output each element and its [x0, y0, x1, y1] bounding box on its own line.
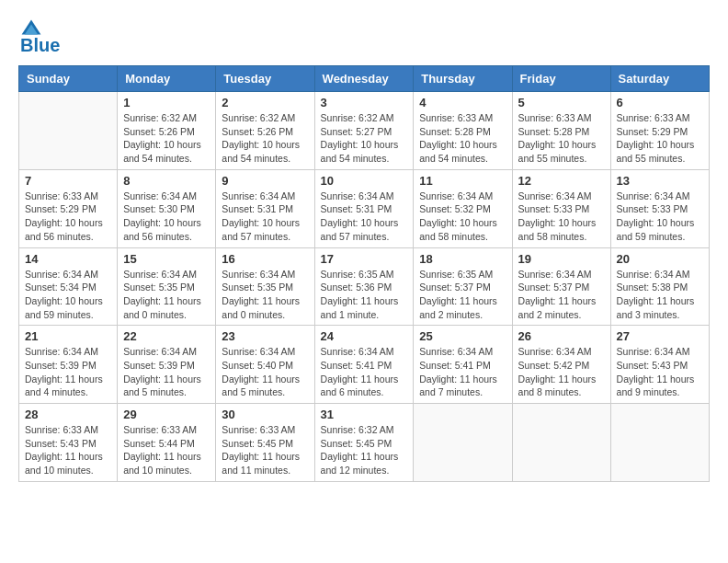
logo-blue: Blue	[20, 35, 60, 56]
day-info: Sunrise: 6:33 AM Sunset: 5:28 PM Dayligh…	[518, 111, 605, 166]
week-row-5: 28Sunrise: 6:33 AM Sunset: 5:43 PM Dayli…	[19, 404, 710, 482]
day-header-monday: Monday	[118, 66, 216, 92]
day-number: 10	[321, 174, 408, 188]
day-number: 6	[617, 96, 703, 109]
day-info: Sunrise: 6:34 AM Sunset: 5:37 PM Dayligh…	[518, 268, 605, 322]
calendar-cell: 17Sunrise: 6:35 AM Sunset: 5:36 PM Dayli…	[314, 247, 414, 326]
day-number: 9	[222, 174, 308, 188]
day-number: 18	[419, 252, 506, 266]
day-number: 27	[617, 329, 703, 343]
day-info: Sunrise: 6:35 AM Sunset: 5:37 PM Dayligh…	[419, 268, 506, 322]
day-info: Sunrise: 6:32 AM Sunset: 5:26 PM Dayligh…	[123, 111, 210, 166]
day-number: 23	[222, 329, 308, 343]
calendar-cell: 31Sunrise: 6:32 AM Sunset: 5:45 PM Dayli…	[314, 404, 414, 482]
day-number: 1	[123, 96, 210, 109]
calendar-cell: 15Sunrise: 6:34 AM Sunset: 5:35 PM Dayli…	[118, 247, 216, 326]
day-info: Sunrise: 6:34 AM Sunset: 5:34 PM Dayligh…	[25, 268, 111, 322]
calendar-cell: 29Sunrise: 6:33 AM Sunset: 5:44 PM Dayli…	[118, 404, 216, 482]
calendar-cell: 12Sunrise: 6:34 AM Sunset: 5:33 PM Dayli…	[512, 169, 610, 247]
calendar-cell: 14Sunrise: 6:34 AM Sunset: 5:34 PM Dayli…	[19, 247, 118, 326]
day-info: Sunrise: 6:33 AM Sunset: 5:43 PM Dayligh…	[25, 423, 111, 477]
week-row-3: 14Sunrise: 6:34 AM Sunset: 5:34 PM Dayli…	[19, 247, 710, 326]
day-header-sunday: Sunday	[19, 66, 118, 92]
calendar-cell: 11Sunrise: 6:34 AM Sunset: 5:32 PM Dayli…	[414, 169, 512, 247]
calendar-cell: 21Sunrise: 6:34 AM Sunset: 5:39 PM Dayli…	[19, 326, 118, 404]
day-info: Sunrise: 6:34 AM Sunset: 5:42 PM Dayligh…	[518, 345, 605, 399]
calendar-cell: 30Sunrise: 6:33 AM Sunset: 5:45 PM Dayli…	[216, 404, 314, 482]
calendar-cell: 7Sunrise: 6:33 AM Sunset: 5:29 PM Daylig…	[19, 169, 118, 247]
day-number: 14	[25, 252, 111, 266]
day-number: 4	[419, 96, 506, 109]
calendar-cell: 5Sunrise: 6:33 AM Sunset: 5:28 PM Daylig…	[512, 92, 610, 170]
day-info: Sunrise: 6:34 AM Sunset: 5:35 PM Dayligh…	[222, 268, 308, 322]
week-row-1: 1Sunrise: 6:32 AM Sunset: 5:26 PM Daylig…	[19, 92, 710, 170]
calendar-cell: 25Sunrise: 6:34 AM Sunset: 5:41 PM Dayli…	[414, 326, 512, 404]
day-header-tuesday: Tuesday	[216, 66, 314, 92]
day-header-wednesday: Wednesday	[314, 66, 414, 92]
day-number: 15	[123, 252, 210, 266]
day-info: Sunrise: 6:34 AM Sunset: 5:30 PM Dayligh…	[123, 190, 210, 244]
calendar-cell: 2Sunrise: 6:32 AM Sunset: 5:26 PM Daylig…	[216, 92, 314, 170]
calendar-header-row: SundayMondayTuesdayWednesdayThursdayFrid…	[19, 66, 710, 92]
calendar-cell: 10Sunrise: 6:34 AM Sunset: 5:31 PM Dayli…	[314, 169, 414, 247]
day-number: 11	[419, 174, 506, 188]
day-info: Sunrise: 6:34 AM Sunset: 5:35 PM Dayligh…	[123, 268, 210, 322]
day-number: 2	[222, 96, 308, 109]
calendar-cell	[512, 404, 610, 482]
day-header-thursday: Thursday	[414, 66, 512, 92]
day-number: 17	[321, 252, 408, 266]
day-info: Sunrise: 6:33 AM Sunset: 5:45 PM Dayligh…	[222, 423, 308, 477]
calendar-cell	[610, 404, 709, 482]
day-info: Sunrise: 6:32 AM Sunset: 5:45 PM Dayligh…	[321, 423, 408, 477]
calendar-cell: 28Sunrise: 6:33 AM Sunset: 5:43 PM Dayli…	[19, 404, 118, 482]
calendar-cell: 16Sunrise: 6:34 AM Sunset: 5:35 PM Dayli…	[216, 247, 314, 326]
day-info: Sunrise: 6:34 AM Sunset: 5:38 PM Dayligh…	[617, 268, 703, 322]
day-number: 22	[123, 329, 210, 343]
calendar-cell: 18Sunrise: 6:35 AM Sunset: 5:37 PM Dayli…	[414, 247, 512, 326]
day-info: Sunrise: 6:34 AM Sunset: 5:33 PM Dayligh…	[617, 190, 703, 244]
day-number: 26	[518, 329, 605, 343]
day-info: Sunrise: 6:34 AM Sunset: 5:41 PM Dayligh…	[419, 345, 506, 399]
day-number: 5	[518, 96, 605, 109]
week-row-4: 21Sunrise: 6:34 AM Sunset: 5:39 PM Dayli…	[19, 326, 710, 404]
day-info: Sunrise: 6:32 AM Sunset: 5:26 PM Dayligh…	[222, 111, 308, 166]
day-number: 25	[419, 329, 506, 343]
calendar-cell: 6Sunrise: 6:33 AM Sunset: 5:29 PM Daylig…	[610, 92, 709, 170]
calendar-cell: 20Sunrise: 6:34 AM Sunset: 5:38 PM Dayli…	[610, 247, 709, 326]
day-number: 16	[222, 252, 308, 266]
day-info: Sunrise: 6:34 AM Sunset: 5:31 PM Dayligh…	[321, 190, 408, 244]
day-number: 29	[123, 408, 210, 421]
calendar-cell: 1Sunrise: 6:32 AM Sunset: 5:26 PM Daylig…	[118, 92, 216, 170]
week-row-2: 7Sunrise: 6:33 AM Sunset: 5:29 PM Daylig…	[19, 169, 710, 247]
day-number: 7	[25, 174, 111, 188]
calendar-cell	[414, 404, 512, 482]
day-number: 31	[321, 408, 408, 421]
day-number: 19	[518, 252, 605, 266]
day-number: 30	[222, 408, 308, 421]
day-number: 13	[617, 174, 703, 188]
calendar-cell: 19Sunrise: 6:34 AM Sunset: 5:37 PM Dayli…	[512, 247, 610, 326]
calendar-cell	[19, 92, 118, 170]
day-info: Sunrise: 6:34 AM Sunset: 5:40 PM Dayligh…	[222, 345, 308, 399]
calendar-cell: 13Sunrise: 6:34 AM Sunset: 5:33 PM Dayli…	[610, 169, 709, 247]
day-info: Sunrise: 6:33 AM Sunset: 5:29 PM Dayligh…	[617, 111, 703, 166]
day-info: Sunrise: 6:34 AM Sunset: 5:43 PM Dayligh…	[617, 345, 703, 399]
calendar-cell: 4Sunrise: 6:33 AM Sunset: 5:28 PM Daylig…	[414, 92, 512, 170]
day-info: Sunrise: 6:34 AM Sunset: 5:32 PM Dayligh…	[419, 190, 506, 244]
day-info: Sunrise: 6:35 AM Sunset: 5:36 PM Dayligh…	[321, 268, 408, 322]
calendar-cell: 22Sunrise: 6:34 AM Sunset: 5:39 PM Dayli…	[118, 326, 216, 404]
calendar-cell: 27Sunrise: 6:34 AM Sunset: 5:43 PM Dayli…	[610, 326, 709, 404]
day-header-saturday: Saturday	[610, 66, 709, 92]
day-number: 12	[518, 174, 605, 188]
calendar-cell: 3Sunrise: 6:32 AM Sunset: 5:27 PM Daylig…	[314, 92, 414, 170]
day-info: Sunrise: 6:34 AM Sunset: 5:31 PM Dayligh…	[222, 190, 308, 244]
calendar-cell: 8Sunrise: 6:34 AM Sunset: 5:30 PM Daylig…	[118, 169, 216, 247]
day-info: Sunrise: 6:32 AM Sunset: 5:27 PM Dayligh…	[321, 111, 408, 166]
calendar-body: 1Sunrise: 6:32 AM Sunset: 5:26 PM Daylig…	[19, 92, 710, 482]
day-number: 28	[25, 408, 111, 421]
day-number: 20	[617, 252, 703, 266]
calendar-cell: 24Sunrise: 6:34 AM Sunset: 5:41 PM Dayli…	[314, 326, 414, 404]
logo: Blue	[18, 18, 60, 56]
day-number: 24	[321, 329, 408, 343]
day-info: Sunrise: 6:33 AM Sunset: 5:29 PM Dayligh…	[25, 190, 111, 244]
